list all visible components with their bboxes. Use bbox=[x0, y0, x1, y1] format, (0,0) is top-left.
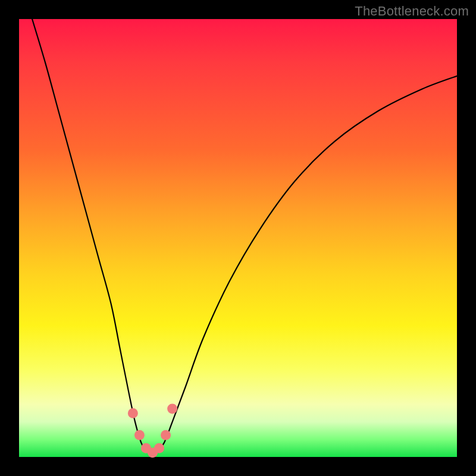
curve-svg bbox=[19, 19, 457, 457]
chart-frame: TheBottleneck.com bbox=[0, 0, 476, 476]
marker-dot bbox=[128, 408, 138, 418]
marker-dot bbox=[167, 404, 177, 414]
marker-dot bbox=[154, 443, 164, 453]
plot-area bbox=[19, 19, 457, 457]
bottleneck-floor-markers bbox=[128, 404, 177, 458]
marker-dot bbox=[134, 430, 145, 440]
marker-dot bbox=[161, 430, 171, 440]
watermark-text: TheBottleneck.com bbox=[355, 4, 469, 19]
bottleneck-curve bbox=[32, 19, 457, 453]
